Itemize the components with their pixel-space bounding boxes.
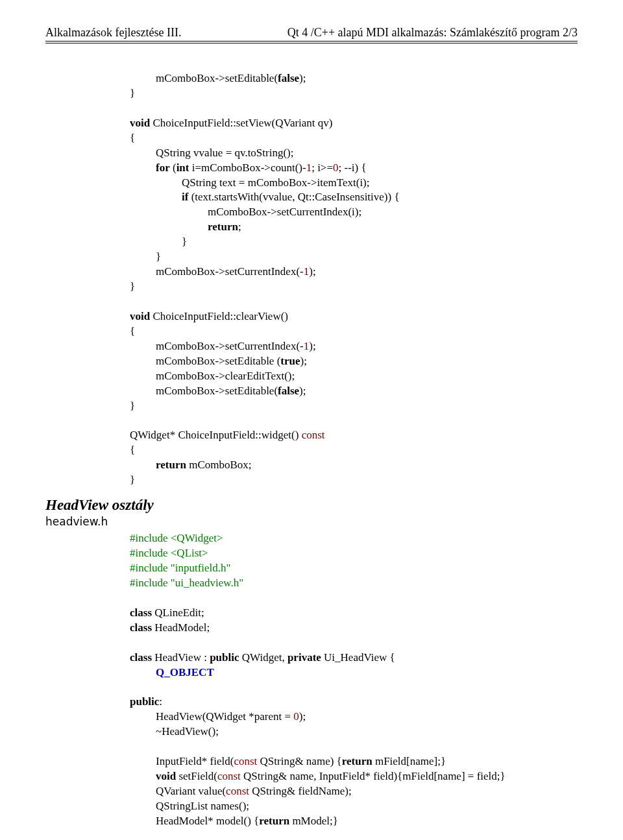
code-line: #include <QWidget> — [130, 532, 223, 544]
code-line: } — [130, 474, 135, 486]
code-block-1: mComboBox->setEditable(false); } void Ch… — [130, 56, 578, 488]
code-line: } — [130, 400, 135, 412]
code-line: mComboBox->setEditable(false); — [156, 72, 306, 84]
code-line: InputField* field(const QString& name) {… — [156, 755, 446, 767]
code-block-2: #include <QWidget> #include <QList> #inc… — [130, 516, 578, 840]
code-line: QStringList names(); — [156, 800, 249, 812]
code-line: } — [130, 280, 135, 293]
page-header: Alkalmazások fejlesztése III. Qt 4 /C++ … — [45, 26, 578, 40]
code-line: void setField(const QString& name, Input… — [156, 770, 506, 782]
code-line: mComboBox->clearEditText(); — [156, 370, 295, 382]
code-line: QString vvalue = qv.toString(); — [156, 147, 293, 159]
code-line: Q_OBJECT — [156, 666, 214, 678]
code-line: class HeadView : public QWidget, private… — [130, 651, 395, 664]
code-line: class HeadModel; — [130, 621, 210, 634]
header-left: Alkalmazások fejlesztése III. — [45, 26, 181, 40]
code-line: { — [130, 325, 135, 337]
code-line: return; — [208, 221, 241, 233]
code-line: mComboBox->setCurrentIndex(i); — [208, 206, 361, 218]
code-line: void ChoiceInputField::setView(QVariant … — [130, 117, 333, 129]
code-line: if (text.startsWith(vvalue, Qt::CaseInse… — [182, 191, 400, 203]
code-line: public: — [130, 695, 162, 708]
code-line: return mComboBox; — [156, 459, 252, 471]
header-rule-bottom — [45, 43, 578, 43]
code-line: { — [130, 132, 135, 144]
code-line: mComboBox->setCurrentIndex(-1); — [156, 265, 316, 278]
code-line: void ChoiceInputField::clearView() — [130, 310, 288, 322]
code-line: #include "inputfield.h" — [130, 562, 231, 574]
code-line: QWidget* ChoiceInputField::widget() cons… — [130, 429, 325, 441]
code-line: } — [182, 235, 187, 248]
code-line: for (int i=mComboBox->count()-1; i>=0; -… — [156, 162, 367, 174]
header-right: Qt 4 /C++ alapú MDI alkalmazás: Számlaké… — [287, 26, 578, 40]
code-line: mComboBox->setCurrentIndex(-1); — [156, 340, 316, 352]
code-line: #include "ui_headview.h" — [130, 577, 243, 589]
code-line: class QLineEdit; — [130, 606, 204, 619]
code-line: HeadView(QWidget *parent = 0); — [156, 710, 306, 723]
code-line: mComboBox->setEditable(false); — [156, 385, 306, 397]
section-title: HeadView osztály — [45, 497, 578, 514]
code-line: } — [130, 87, 135, 99]
code-line: } — [156, 250, 161, 263]
code-line: QVariant value(const QString& fieldName)… — [156, 785, 352, 797]
code-line: mComboBox->setEditable (true); — [156, 355, 307, 367]
code-line: ~HeadView(); — [156, 725, 219, 738]
code-line: { — [130, 444, 135, 456]
code-line: QString text = mComboBox->itemText(i); — [182, 176, 370, 189]
code-line: #include <QList> — [130, 547, 208, 559]
header-rule-top — [45, 41, 578, 42]
code-line: HeadModel* model() {return mModel;} — [156, 815, 338, 827]
